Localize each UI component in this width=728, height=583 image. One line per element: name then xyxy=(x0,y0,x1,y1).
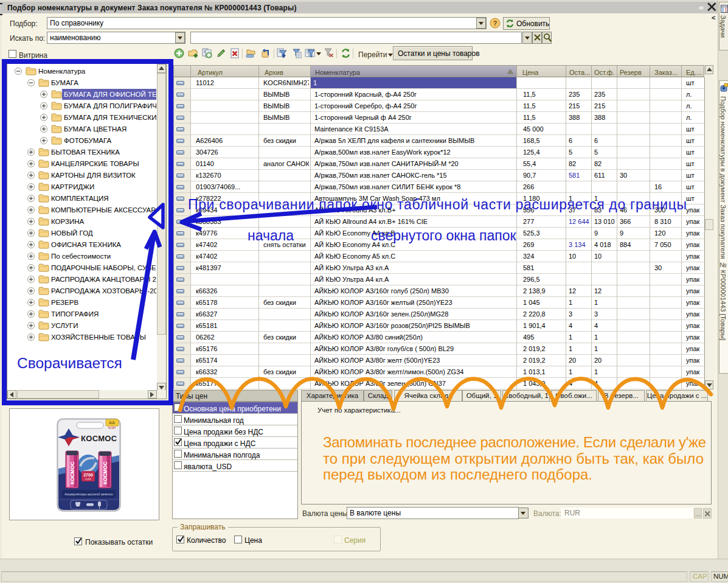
svg-text:КОСМОС: КОСМОС xyxy=(81,434,117,443)
svg-text:?: ? xyxy=(493,19,497,27)
svg-text:Ni-MH: Ni-MH xyxy=(108,427,116,430)
svg-text:КОСМОС: КОСМОС xyxy=(69,461,75,484)
svg-text:Аккумуляторы высокой качести: Аккумуляторы высокой качести xyxy=(64,492,113,496)
svg-text:mAh: mAh xyxy=(85,477,92,481)
svg-text:КОСМОС: КОСМОС xyxy=(102,461,108,484)
svg-text:2700: 2700 xyxy=(83,473,93,477)
svg-text:AA: AA xyxy=(109,421,115,425)
